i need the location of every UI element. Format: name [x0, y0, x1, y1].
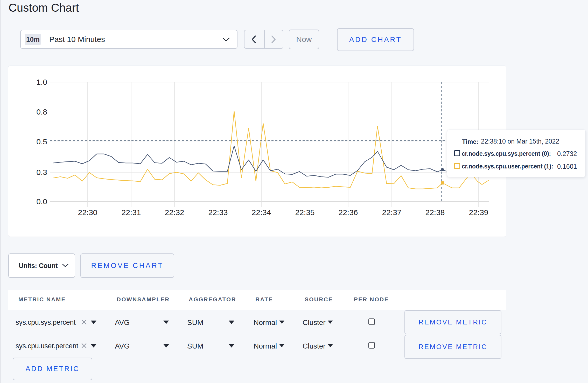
svg-text:22:34: 22:34: [251, 208, 271, 217]
svg-text:0.8: 0.8: [36, 108, 47, 116]
svg-text:22:38: 22:38: [425, 208, 445, 217]
svg-text:0.0: 0.0: [36, 197, 47, 206]
svg-text:22:31: 22:31: [121, 208, 141, 217]
svg-text:22:37: 22:37: [382, 208, 401, 217]
svg-text:22:36: 22:36: [338, 208, 358, 217]
svg-text:0.5: 0.5: [36, 137, 47, 146]
svg-text:22:33: 22:33: [208, 208, 228, 217]
svg-text:22:32: 22:32: [165, 208, 184, 217]
svg-text:22:35: 22:35: [295, 208, 314, 217]
svg-text:22:30: 22:30: [78, 208, 97, 217]
svg-text:0.3: 0.3: [36, 168, 47, 176]
svg-text:22:39: 22:39: [469, 208, 488, 217]
svg-text:1.0: 1.0: [36, 78, 47, 86]
